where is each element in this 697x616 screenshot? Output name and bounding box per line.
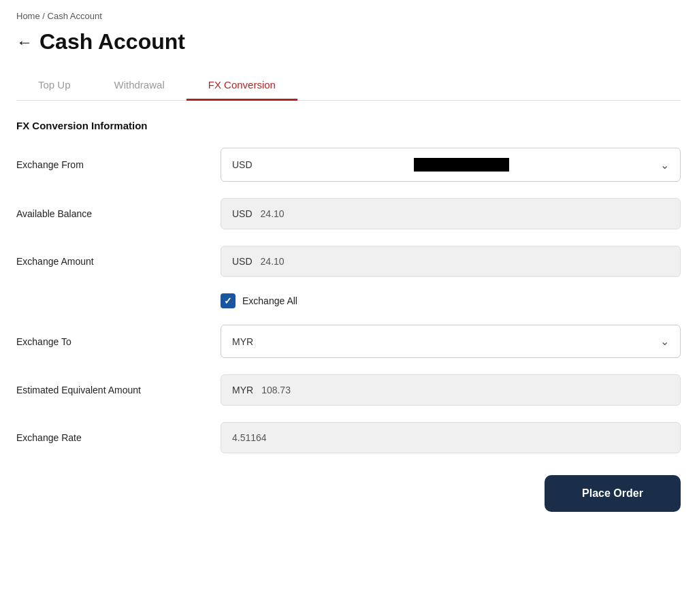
- exchange-to-currency: MYR: [232, 336, 253, 347]
- exchange-from-select[interactable]: USD ⌄: [221, 148, 681, 182]
- estimated-equivalent-label: Estimated Equivalent Amount: [16, 385, 221, 395]
- exchange-amount-currency: USD: [232, 256, 253, 267]
- exchange-rate-value: 4.51164: [232, 432, 669, 443]
- exchange-amount-row: Exchange Amount USD 24.10: [16, 246, 681, 277]
- exchange-amount-label: Exchange Amount: [16, 256, 221, 267]
- exchange-from-field[interactable]: USD ⌄: [221, 148, 681, 182]
- exchange-amount-field: USD 24.10: [221, 246, 681, 277]
- exchange-to-field[interactable]: MYR ⌄: [221, 325, 681, 358]
- exchange-amount-input: USD 24.10: [221, 246, 681, 277]
- estimated-equivalent-currency: MYR: [232, 385, 253, 395]
- estimated-equivalent-row: Estimated Equivalent Amount MYR 108.73: [16, 374, 681, 406]
- estimated-equivalent-amount: 108.73: [261, 385, 669, 395]
- tab-withdrawal[interactable]: Withdrawal: [93, 71, 187, 101]
- page-header: ← Cash Account: [16, 29, 681, 54]
- checkmark-icon: ✓: [224, 295, 232, 306]
- exchange-to-select[interactable]: MYR ⌄: [221, 325, 681, 358]
- available-balance-row: Available Balance USD 24.10: [16, 198, 681, 229]
- available-balance-label: Available Balance: [16, 208, 221, 219]
- exchange-all-row[interactable]: ✓ Exchange All: [221, 293, 681, 308]
- exchange-all-checkbox-wrapper[interactable]: ✓ Exchange All: [221, 293, 297, 308]
- exchange-from-currency: USD: [232, 159, 253, 170]
- available-balance-currency: USD: [232, 208, 253, 219]
- place-order-button[interactable]: Place Order: [545, 475, 681, 512]
- exchange-from-label: Exchange From: [16, 159, 221, 170]
- breadcrumb-home[interactable]: Home: [16, 11, 40, 21]
- tabs-container: Top Up Withdrawal FX Conversion: [16, 71, 681, 101]
- exchange-all-label: Exchange All: [242, 295, 297, 306]
- tab-fx-conversion[interactable]: FX Conversion: [187, 71, 297, 101]
- exchange-rate-field: 4.51164: [221, 422, 681, 453]
- place-order-row: Place Order: [16, 475, 681, 512]
- tab-top-up[interactable]: Top Up: [16, 71, 93, 101]
- section-title: FX Conversion Information: [16, 120, 681, 131]
- breadcrumb-current: Cash Account: [48, 11, 102, 21]
- exchange-from-row: Exchange From USD ⌄: [16, 148, 681, 182]
- page-title: Cash Account: [39, 29, 185, 54]
- breadcrumb: Home / Cash Account: [16, 11, 681, 21]
- exchange-rate-input: 4.51164: [221, 422, 681, 453]
- exchange-rate-row: Exchange Rate 4.51164: [16, 422, 681, 453]
- available-balance-field: USD 24.10: [221, 198, 681, 229]
- exchange-rate-label: Exchange Rate: [16, 432, 221, 443]
- exchange-to-label: Exchange To: [16, 336, 221, 347]
- estimated-equivalent-input: MYR 108.73: [221, 374, 681, 406]
- exchange-from-redacted: [414, 158, 509, 172]
- breadcrumb-separator: /: [42, 11, 45, 21]
- back-button[interactable]: ←: [16, 33, 33, 52]
- exchange-to-row: Exchange To MYR ⌄: [16, 325, 681, 358]
- exchange-to-chevron: ⌄: [660, 335, 669, 348]
- available-balance-input: USD 24.10: [221, 198, 681, 229]
- estimated-equivalent-field: MYR 108.73: [221, 374, 681, 406]
- available-balance-amount: 24.10: [261, 208, 669, 219]
- exchange-from-chevron: ⌄: [660, 159, 669, 172]
- exchange-all-checkbox[interactable]: ✓: [221, 293, 236, 308]
- exchange-amount-value: 24.10: [261, 256, 669, 267]
